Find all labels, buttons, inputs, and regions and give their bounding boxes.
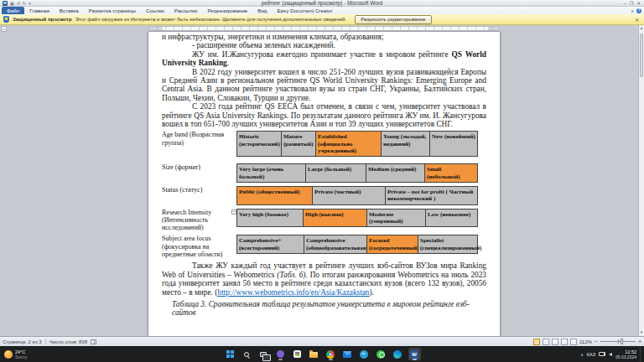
chrome-icon <box>326 350 335 359</box>
zoom-in-button[interactable]: + <box>638 339 641 345</box>
save-icon[interactable]: ▦ <box>10 1 14 6</box>
windows-taskbar: 24°C Sunny W ∧ КАЗ 12:52 05.03.20 <box>0 346 644 362</box>
ribbon-tab-row: Файл Главная Вставка Разметка страницы С… <box>0 7 644 14</box>
object-anchor-icon: + <box>231 209 236 215</box>
ribbon-tab-review[interactable]: Рецензирование <box>203 7 253 14</box>
viber-icon <box>277 350 284 358</box>
table-row: Size (формат) Very large (очень большой)… <box>162 163 486 183</box>
taskbar-app-mail[interactable] <box>341 348 354 360</box>
folder-icon <box>309 352 318 358</box>
options-table: Age band (Возрастная группа) Historic (и… <box>162 131 486 258</box>
word-icon: W <box>410 350 418 359</box>
show-desktop-button[interactable] <box>640 346 641 362</box>
table-cell: Comprehensive (общеобразовательная) <box>304 235 367 254</box>
scrollbar-thumb[interactable] <box>640 34 643 77</box>
proofing-status-icon[interactable] <box>91 339 96 344</box>
table-cell: Very large (очень большой) <box>236 163 306 183</box>
table-cell: Historic (исторический) <box>236 131 282 157</box>
protected-view-bar: Защищенный просмотр Этот файл загружен и… <box>0 14 644 25</box>
webometrics-link[interactable]: http://www.webometrics.info/en/Asia/Kaza… <box>217 288 369 297</box>
zoom-level[interactable]: 112% <box>579 339 592 344</box>
volume-icon[interactable] <box>609 353 612 356</box>
taskbar-app-viber[interactable] <box>274 348 287 360</box>
table-cell: Moderate (умеренный) <box>367 209 426 228</box>
clock-date: 05.03.2024 <box>615 354 636 359</box>
start-button[interactable] <box>224 348 236 360</box>
taskbar-search-button[interactable] <box>241 348 253 360</box>
word-count[interactable]: Число слов: 838 <box>49 339 87 344</box>
undo-icon[interactable]: ↺ <box>17 1 20 6</box>
taskbar-app-whatsapp[interactable] <box>375 348 387 360</box>
taskbar-clock[interactable]: 12:52 05.03.2024 <box>615 349 636 359</box>
title-bar: W ▦ ↺ ↻ ▾ рейтинг (защищенный просмотр) … <box>0 0 644 7</box>
task-view-button[interactable] <box>257 348 270 360</box>
vertical-scrollbar[interactable]: ▲ ▼ <box>638 25 644 336</box>
view-outline-button[interactable] <box>561 339 568 345</box>
task-view-icon <box>260 352 267 357</box>
protected-view-message: Этот файл загружен из Интернета и может … <box>75 17 346 22</box>
mail-icon <box>343 351 351 358</box>
zoom-out-button[interactable]: − <box>595 339 598 345</box>
minimize-ribbon-icon[interactable]: ∧ <box>631 8 634 13</box>
edge-icon <box>393 350 402 359</box>
horizontal-ruler[interactable] <box>148 26 500 31</box>
minimize-button[interactable]: – <box>623 0 626 7</box>
table-cell-highlighted: High (высшее) <box>304 209 367 228</box>
search-icon <box>244 352 249 357</box>
table-cell: Medium (средний) <box>366 163 425 183</box>
enable-editing-button[interactable]: Разрешить редактирование <box>355 15 432 24</box>
ribbon-tab-view[interactable]: Вид <box>252 7 272 14</box>
paragraph: С 2023 года рейтинг QS EECA был отменен,… <box>162 102 486 128</box>
taskbar-app-edge[interactable] <box>392 348 404 360</box>
word-window: W ▦ ↺ ↻ ▾ рейтинг (защищенный просмотр) … <box>0 0 644 362</box>
qat-customize-chevron-icon[interactable]: ▾ <box>29 1 31 6</box>
view-web-layout-button[interactable] <box>552 339 558 345</box>
document-page[interactable]: и инфраструктуры, энергетики и изменения… <box>148 32 500 336</box>
maximize-button[interactable]: ❐ <box>629 0 633 7</box>
ribbon-tab-mailings[interactable]: Рассылки <box>169 7 203 14</box>
row-label: Age band (Возрастная группа) <box>162 131 236 147</box>
zoom-slider[interactable] <box>600 339 636 344</box>
taskbar-app-chrome[interactable] <box>325 348 337 360</box>
table-row: Research Intensity (Интенсивность исслед… <box>162 209 486 232</box>
ribbon-tab-insert[interactable]: Вставка <box>55 7 84 14</box>
view-fullscreen-reading-button[interactable] <box>543 339 549 345</box>
ribbon-tab-easy-document-creator[interactable]: Easy Document Creator <box>272 7 337 14</box>
page-indicator[interactable]: Страница: 2 из 3 <box>3 339 42 344</box>
view-draft-button[interactable] <box>570 339 577 345</box>
store-icon <box>293 350 301 358</box>
status-bar: Страница: 2 из 3 Число слов: 838 112% − … <box>0 336 644 346</box>
row-label: Subject area focus (фокусировка на предм… <box>162 235 236 258</box>
word-logo-icon: W <box>3 1 8 6</box>
taskbar-app-store[interactable] <box>291 348 304 360</box>
message-bar-close-icon[interactable]: ✕ <box>635 17 641 23</box>
paragraph: В 2022 году университет вошел в число 25… <box>162 68 486 103</box>
taskbar-app-file-explorer[interactable] <box>308 348 320 360</box>
ribbon-tab-file[interactable]: Файл <box>2 7 24 14</box>
paragraph: Также ЖУ каждый год участвует в рейтинге… <box>162 261 486 297</box>
tab-selector[interactable]: ∟ <box>1 26 7 32</box>
view-print-layout-button[interactable] <box>533 339 540 345</box>
taskbar-app-word[interactable]: W <box>408 348 421 360</box>
redo-icon[interactable]: ↻ <box>23 1 26 6</box>
scroll-up-icon[interactable]: ▲ <box>639 25 644 32</box>
taskbar-weather-widget[interactable]: 24°C Sunny <box>4 346 27 362</box>
scroll-down-icon[interactable]: ▼ <box>639 329 644 336</box>
taskbar-app-telegram[interactable] <box>358 348 371 360</box>
table-cell: Very high (базовое) <box>236 209 304 228</box>
ribbon-tab-page-layout[interactable]: Разметка страницы <box>84 7 141 14</box>
close-button[interactable]: ✕ <box>636 0 641 7</box>
paragraph: ЖУ им. И.Жансугурова ежегодно принимает … <box>162 50 486 68</box>
weather-desc: Sunny <box>15 354 27 359</box>
tray-overflow-chevron-icon[interactable]: ∧ <box>580 352 584 357</box>
language-indicator[interactable]: КАЗ <box>587 352 595 357</box>
table-caption: Таблица 3. Сравнительная таблица результ… <box>162 300 486 318</box>
telegram-icon <box>360 350 368 359</box>
zoom-slider-thumb[interactable] <box>621 339 623 344</box>
ribbon-tab-home[interactable]: Главная <box>24 7 55 14</box>
table-cell: Mature (развитый) <box>282 131 316 157</box>
paragraph: и инфраструктуры, энергетики и изменения… <box>162 33 486 41</box>
ribbon-tab-references[interactable]: Ссылки <box>141 7 169 14</box>
help-icon[interactable]: ? <box>636 8 641 13</box>
table-cell: New (новейший) <box>430 131 478 157</box>
